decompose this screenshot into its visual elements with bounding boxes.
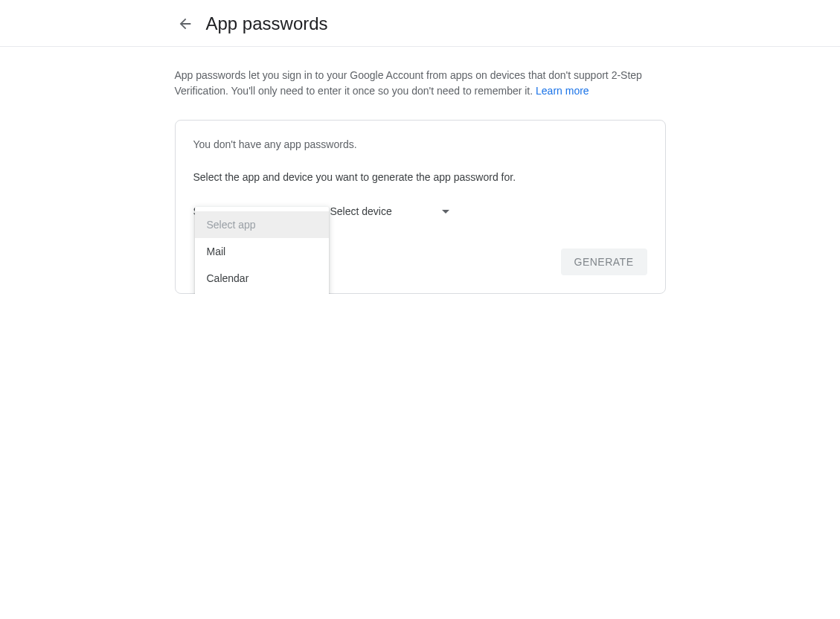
learn-more-link[interactable]: Learn more <box>536 85 589 97</box>
select-app-dropdown: Select app Mail Calendar Contacts YouTub… <box>195 207 329 294</box>
page-title: App passwords <box>206 13 328 34</box>
app-passwords-card: You don't have any app passwords. Select… <box>175 120 666 294</box>
dropdown-item-contacts[interactable]: Contacts <box>195 292 329 294</box>
empty-state-msg: You don't have any app passwords. <box>193 138 647 150</box>
select-instruction: Select the app and device you want to ge… <box>193 171 647 183</box>
caret-down-icon <box>442 210 449 214</box>
generate-button[interactable]: GENERATE <box>561 248 647 275</box>
back-arrow-icon[interactable] <box>176 15 194 33</box>
dropdown-item-calendar[interactable]: Calendar <box>195 265 329 292</box>
page-header: App passwords <box>0 0 840 47</box>
dropdown-header: Select app <box>195 211 329 238</box>
select-device-label: Select device <box>330 205 392 217</box>
page-description: App passwords let you sign in to your Go… <box>175 68 666 99</box>
select-device-trigger[interactable]: Select device <box>330 201 449 222</box>
dropdown-item-mail[interactable]: Mail <box>195 238 329 265</box>
